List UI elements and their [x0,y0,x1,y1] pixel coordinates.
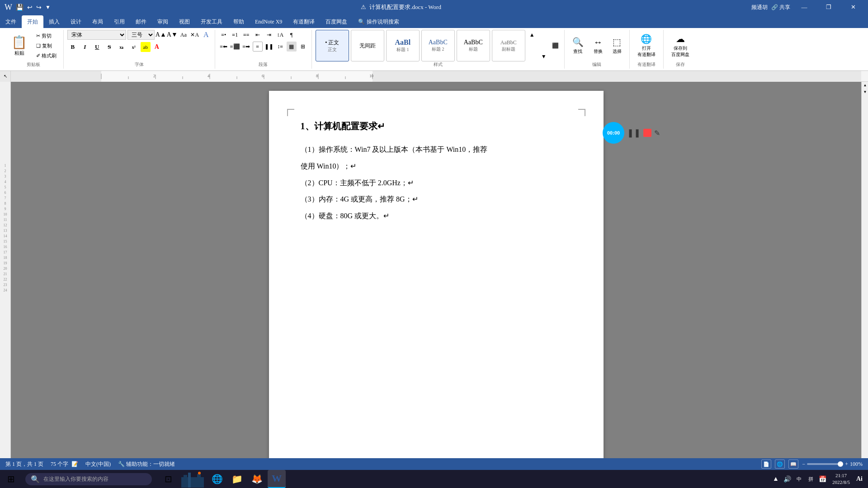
document[interactable]: 1、计算机配置要求↵ （1）操作系统：Win7 及以上版本（本书基于 Win10… [269,91,604,479]
show-marks-button[interactable]: ¶ [287,30,297,40]
change-case-button[interactable]: Aa [179,30,189,40]
input-method-icon[interactable]: 中 [794,470,804,488]
tab-view[interactable]: 视图 [174,15,195,28]
superscript-button[interactable]: x² [128,42,139,52]
translate-button[interactable]: 🌐 打开有道翻译 [633,31,660,60]
tab-developer[interactable]: 开发工具 [195,15,228,28]
shading-button[interactable]: ▦ [287,42,297,52]
speaker-icon[interactable]: 🔊 [783,470,793,488]
read-view-button[interactable]: 📖 [788,460,798,469]
scroll-up-button[interactable]: ▲ [862,82,868,89]
styles-expand[interactable]: ⬛ [551,41,561,51]
taskbar-search-input[interactable] [43,476,134,482]
taskbar-browser-button[interactable]: 🦊 [248,470,266,488]
font-name-select[interactable]: 宋体 [67,30,126,40]
web-view-button[interactable]: 🌐 [775,460,785,469]
styles-scroll-down[interactable]: ▼ [539,52,549,61]
timer-display[interactable]: 00:00 [603,122,624,144]
style-title[interactable]: AaBbC 标题 [457,30,490,61]
replace-button[interactable]: ↔ 替换 [590,35,607,57]
calendar-icon[interactable]: 📅 [818,470,828,488]
tab-endnote[interactable]: EndNote X9 [250,15,288,28]
minimize-button[interactable]: — [794,0,815,14]
copy-button[interactable]: ❑ 复制 [33,41,60,51]
align-justify-button[interactable]: ≡ [253,42,263,52]
tab-layout[interactable]: 布局 [87,15,108,28]
tab-search[interactable]: 🔍 操作说明搜索 [353,15,405,28]
paste-button[interactable]: 📋 粘贴 [7,33,31,59]
tab-baidu[interactable]: 百度网盘 [320,15,353,28]
tab-file[interactable]: 文件 [0,15,22,28]
redo-icon[interactable]: ↪ [36,4,42,11]
subscript-button[interactable]: x₂ [116,42,127,52]
bold-button[interactable]: B [67,42,78,52]
find-button[interactable]: 🔍 查找 [568,34,588,57]
system-clock[interactable]: 21:17 2022/8/5 [830,472,853,486]
scroll-down-button[interactable]: ▼ [862,89,868,95]
text-highlight-button[interactable]: ab [141,42,151,52]
align-right-button[interactable]: ≡➡ [241,42,251,52]
tab-insert[interactable]: 插入 [43,15,65,28]
text-effects-button[interactable]: A [201,30,211,40]
save-baidu-button[interactable]: ☁ 保存到百度网盘 [667,31,693,60]
styles-scroll-up[interactable]: ▲ [527,30,537,40]
taskbar-city-icon[interactable] [179,470,206,488]
sort-button[interactable]: ↕A [275,30,285,40]
taskbar-edge-button[interactable]: 🌐 [208,470,226,488]
list-bullet-button[interactable]: ≡• [219,30,229,40]
ruler-align-button[interactable]: ↖ [0,71,11,82]
column-button[interactable]: ❚❚ [264,42,274,52]
zoom-in-button[interactable]: + [845,461,848,468]
style-no-spacing[interactable]: 无间距 [351,30,384,61]
strikethrough-button[interactable]: S [104,42,115,52]
restore-button[interactable]: ❐ [818,0,839,14]
select-button[interactable]: ⬚ 选择 [609,34,626,57]
tab-home[interactable]: 开始 [22,15,43,28]
timer-pause-button[interactable]: ❚❚ [627,128,641,138]
taskbar-multiview-button[interactable]: ⊡ [159,470,177,488]
align-center-button[interactable]: ≡⬛ [230,42,240,52]
tab-mail[interactable]: 邮件 [130,15,152,28]
timer-stop-button[interactable] [643,129,651,137]
taskbar-search[interactable]: 🔍 [25,473,152,485]
taskbar-word-button[interactable]: W [268,470,286,488]
style-subtitle[interactable]: AaBbC 副标题 [492,30,525,61]
print-view-button[interactable]: 📄 [761,460,771,469]
list-multilevel-button[interactable]: ≡≡ [241,30,251,40]
tab-youdao[interactable]: 有道翻译 [288,15,320,28]
borders-button[interactable]: ⊞ [298,42,308,52]
italic-button[interactable]: I [80,42,90,52]
undo-icon[interactable]: ↩ [27,4,33,11]
ai-label[interactable]: Ai [854,475,864,483]
font-size-decrease-button[interactable]: A▼ [167,30,177,40]
style-heading2[interactable]: AaBbC 标题 2 [421,30,455,61]
zoom-out-button[interactable]: − [802,461,805,468]
share-icon[interactable]: 🔗 共享 [771,4,790,11]
style-normal[interactable]: • 正文 正文 [316,30,349,61]
increase-indent-button[interactable]: ⇥ [264,30,274,40]
align-left-button[interactable]: ≡⬅ [219,42,229,52]
document-area[interactable]: 1、计算机配置要求↵ （1）操作系统：Win7 及以上版本（本书基于 Win10… [11,82,861,479]
tab-references[interactable]: 引用 [108,15,130,28]
style-heading1[interactable]: AaBl 标题 1 [386,30,420,61]
taskbar-folder-button[interactable]: 📁 [228,470,246,488]
decrease-indent-button[interactable]: ⇤ [253,30,263,40]
format-painter-button[interactable]: ✐ 格式刷 [33,51,60,61]
cut-button[interactable]: ✂ 剪切 [33,31,60,41]
timer-pen-button[interactable]: ✎ [654,129,660,137]
ime-icon[interactable]: 拼 [806,470,816,488]
font-size-increase-button[interactable]: A▲ [156,30,166,40]
zoom-thumb[interactable] [838,461,843,467]
tab-design[interactable]: 设计 [65,15,87,28]
zoom-slider[interactable] [807,463,843,465]
line-spacing-button[interactable]: ↕≡ [275,42,285,52]
list-number-button[interactable]: ≡1 [230,30,240,40]
underline-button[interactable]: U [92,42,103,52]
tab-review[interactable]: 审阅 [152,15,174,28]
network-icon[interactable]: ▲ [771,470,781,488]
tab-help[interactable]: 帮助 [228,15,250,28]
font-color-button[interactable]: A [152,42,162,52]
word-count-icon[interactable]: 📝 [71,461,78,467]
close-button[interactable]: ✕ [843,0,863,14]
customize-icon[interactable]: ▼ [45,4,51,11]
